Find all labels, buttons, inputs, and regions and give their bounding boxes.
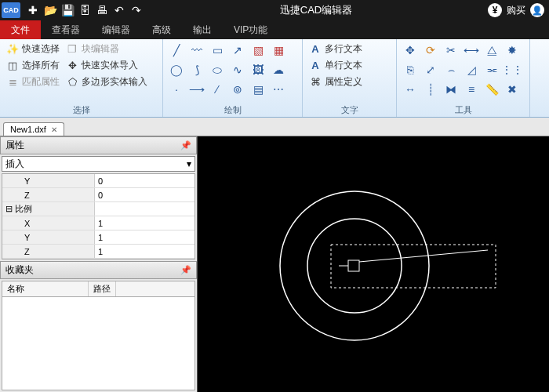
currency-icon[interactable]: ¥ (488, 3, 502, 17)
prop-val[interactable]: 0 (95, 174, 195, 187)
svg-rect-5 (331, 245, 496, 288)
fav-col-path[interactable]: 路径 (89, 281, 116, 296)
measure-icon[interactable]: 📏 (483, 81, 500, 98)
menu-vip[interactable]: VIP功能 (223, 20, 278, 39)
app-title: 迅捷CAD编辑器 (144, 3, 488, 17)
select-all-icon: ◫ (6, 60, 19, 72)
props-panel-header[interactable]: 属性 📌 (0, 136, 197, 154)
donut-icon[interactable]: ⊚ (229, 81, 246, 98)
offset-icon[interactable]: ⫘ (483, 61, 500, 78)
close-icon[interactable]: ✕ (51, 125, 57, 134)
group-select-label: 选择 (5, 103, 158, 116)
mtext-icon: A (309, 43, 322, 56)
undo-icon[interactable]: ↶ (111, 2, 127, 18)
app-logo: CAD (2, 2, 20, 18)
group-draw-label: 绘制 (168, 103, 297, 116)
polygon-entity-input[interactable]: ⬠多边形实体输入 (64, 74, 149, 89)
point-icon[interactable]: · (168, 81, 185, 98)
table-icon[interactable]: ▤ (249, 81, 267, 98)
svg-point-0 (280, 191, 429, 340)
explode-icon[interactable]: ✸ (504, 42, 521, 59)
buy-link[interactable]: 购买 (507, 4, 525, 17)
chevron-down-icon: ▾ (187, 158, 191, 169)
scale-icon[interactable]: ⤢ (422, 61, 439, 78)
align-icon[interactable]: ≡ (463, 81, 480, 98)
quick-entity-import[interactable]: ✥快速实体导入 (64, 58, 140, 73)
pin-icon[interactable]: 📌 (180, 140, 191, 151)
line-icon[interactable]: ╱ (168, 42, 185, 59)
new-icon[interactable]: ✚ (25, 2, 41, 18)
group-text-label: 文字 (307, 103, 391, 116)
prop-key: Y (2, 230, 95, 244)
ellipse-icon[interactable]: ⬭ (209, 61, 226, 78)
entity-type-combo[interactable]: 插入▾ (2, 156, 195, 172)
trim-icon[interactable]: ✂ (442, 42, 460, 59)
rect-icon[interactable]: ▭ (209, 42, 226, 59)
rectpoly-icon[interactable]: ▧ (249, 42, 267, 59)
print-icon[interactable]: 🖶 (94, 2, 110, 18)
menu-viewer[interactable]: 查看器 (41, 20, 91, 39)
favorites-panel-header[interactable]: 收藏夹 📌 (0, 261, 197, 279)
chamfer-icon[interactable]: ◿ (463, 61, 480, 78)
import-icon: ✥ (66, 60, 78, 72)
wand-icon: ✨ (6, 43, 19, 56)
properties-grid[interactable]: Y0 Z0 ⊟ 比例 X1 Y1 Z1 (2, 173, 195, 260)
quick-select[interactable]: ✨快速选择 (5, 42, 61, 56)
arrow-icon[interactable]: ↗ (229, 42, 246, 59)
select-all[interactable]: ◫选择所有 (5, 58, 61, 73)
move-icon[interactable]: ✥ (402, 42, 419, 59)
stretch-icon[interactable]: ↔ (402, 81, 419, 98)
favorites-list[interactable] (2, 297, 195, 390)
prop-val[interactable]: 1 (95, 245, 195, 258)
user-icon[interactable]: 👤 (530, 3, 544, 17)
polyline-icon[interactable]: 〰 (188, 42, 205, 59)
more-draw-icon[interactable]: ⋯ (270, 81, 287, 98)
insert-image-icon[interactable]: 🖼 (249, 61, 267, 78)
menu-advanced[interactable]: 高级 (141, 20, 182, 39)
fillet-icon[interactable]: ⌢ (442, 61, 460, 78)
redo-icon[interactable]: ↷ (129, 2, 144, 18)
ray-icon[interactable]: ⟶ (188, 81, 205, 98)
drawing-svg (198, 136, 549, 392)
block-editor[interactable]: ❐块编辑器 (64, 42, 121, 56)
dtext[interactable]: A单行文本 (307, 58, 391, 73)
circle-icon[interactable]: ◯ (168, 61, 185, 78)
svg-point-1 (307, 219, 402, 313)
save-icon[interactable]: 💾 (60, 2, 75, 18)
pin-icon[interactable]: 📌 (180, 265, 191, 275)
match-props[interactable]: ≣匹配属性 (5, 74, 61, 89)
prop-val[interactable]: 1 (95, 216, 195, 230)
mirror-icon[interactable]: ⧋ (483, 42, 500, 59)
menu-editor[interactable]: 编辑器 (91, 20, 141, 39)
xline-icon[interactable]: ∕ (209, 81, 226, 98)
extend-icon[interactable]: ⟷ (463, 42, 480, 59)
prop-section[interactable]: ⊟ 比例 (2, 202, 95, 216)
hatch-icon[interactable]: ▦ (270, 42, 287, 59)
erase-icon[interactable]: ✖ (504, 81, 521, 98)
spline-icon[interactable]: ∿ (229, 61, 246, 78)
prop-val[interactable]: 0 (95, 188, 195, 201)
polygon-icon: ⬠ (66, 76, 78, 89)
attdef[interactable]: ⌘属性定义 (307, 74, 391, 89)
break-icon[interactable]: ┊ (422, 81, 439, 98)
saveall-icon[interactable]: 🗄 (77, 2, 93, 18)
open-icon[interactable]: 📂 (42, 2, 58, 18)
array-icon[interactable]: ⋮⋮ (504, 61, 521, 78)
copy-icon[interactable]: ⎘ (402, 61, 419, 78)
fav-col-name[interactable]: 名称 (2, 281, 89, 296)
group-tools-label: 工具 (402, 103, 525, 116)
prop-val[interactable]: 1 (95, 230, 195, 244)
menu-output[interactable]: 输出 (182, 20, 223, 39)
menu-file[interactable]: 文件 (0, 20, 41, 39)
join-icon[interactable]: ⧓ (442, 81, 460, 98)
prop-key: Z (2, 245, 95, 258)
prop-key: Z (2, 188, 95, 201)
arc-icon[interactable]: ⟆ (188, 61, 205, 78)
file-tab[interactable]: New1.dxf ✕ (3, 122, 64, 136)
attdef-icon: ⌘ (309, 76, 322, 89)
mtext[interactable]: A多行文本 (307, 42, 391, 56)
rotate-icon[interactable]: ⟳ (422, 42, 439, 59)
drawing-canvas[interactable]: X0.0000 Y0.0000 (198, 136, 549, 392)
revision-cloud-icon[interactable]: ☁ (270, 61, 287, 78)
svg-rect-2 (348, 260, 359, 271)
